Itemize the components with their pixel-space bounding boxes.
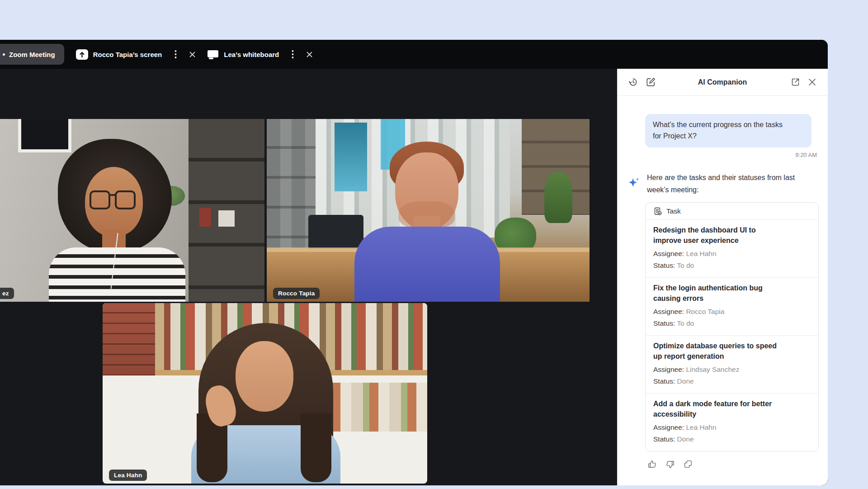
copy-icon[interactable] — [682, 458, 694, 470]
task-card-header: Task — [646, 203, 818, 220]
task-status: Status: To do — [653, 260, 811, 271]
thumbs-up-icon[interactable] — [646, 458, 658, 470]
tab-menu-icon[interactable] — [175, 50, 177, 59]
task-assignee: Assignee: Lindsay Sanchez — [653, 364, 811, 375]
picture-frame — [18, 119, 71, 152]
task-title: Add a dark mode feature for better acces… — [653, 399, 782, 419]
video-tile-lea-hahn[interactable]: Lea Hahn — [103, 303, 427, 484]
tab-whiteboard[interactable]: Lea’s whiteboard — [207, 49, 312, 60]
meeting-status-dot — [3, 53, 5, 56]
task-title: Optimize database queries to speed up re… — [653, 341, 782, 361]
task-item: Optimize database queries to speed up re… — [646, 336, 818, 394]
glasses — [90, 190, 139, 210]
response-actions — [646, 458, 828, 470]
pop-out-icon[interactable] — [791, 77, 800, 87]
task-item: Add a dark mode feature for better acces… — [646, 394, 818, 451]
task-item: Fix the login authentication bug causing… — [646, 278, 818, 336]
ai-panel-header: AI Companion — [617, 69, 828, 96]
history-icon[interactable] — [628, 77, 638, 87]
whiteboard-icon — [207, 49, 219, 60]
task-card: Task Redesign the dashboard UI to improv… — [645, 202, 819, 451]
ai-response: Here are the tasks and their statuses fr… — [627, 171, 815, 196]
tab-zoom-meeting-label: Zoom Meeting — [9, 51, 55, 58]
new-chat-icon[interactable] — [646, 77, 656, 87]
blue-shirt — [354, 227, 500, 302]
task-title: Redesign the dashboard UI to improve use… — [653, 225, 782, 246]
task-card-header-label: Task — [666, 207, 681, 215]
thumbs-down-icon[interactable] — [664, 458, 676, 470]
task-assignee: Assignee: Rocco Tapia — [653, 306, 811, 318]
hair-strand — [301, 413, 331, 482]
name-tag: Lea Hahn — [109, 470, 147, 481]
close-panel-icon[interactable] — [808, 77, 816, 87]
task-assignee: Assignee: Lea Hahn — [653, 422, 811, 433]
task-item: Redesign the dashboard UI to improve use… — [646, 220, 818, 278]
video-tile-participant-left[interactable]: ez — [0, 119, 264, 302]
task-assignee: Assignee: Lea Hahn — [653, 248, 811, 260]
tab-close-icon[interactable] — [189, 52, 195, 57]
brick-wall — [103, 303, 155, 375]
task-status: Status: To do — [653, 318, 811, 329]
book — [199, 208, 211, 227]
page-background: Zoom Meeting Rocco Tapia’s screen — [0, 0, 868, 489]
task-clipboard-icon — [653, 207, 662, 216]
name-tag: Rocco Tapia — [273, 288, 320, 299]
tab-screen-share[interactable]: Rocco Tapia’s screen — [76, 49, 196, 60]
video-tile-rocco-tapia[interactable]: Rocco Tapia — [267, 119, 590, 302]
plant — [544, 172, 572, 223]
ai-chat-body: What’s the current progress on the tasks… — [617, 96, 828, 485]
ai-response-text: Here are the tasks and their statuses fr… — [647, 171, 801, 196]
message-timestamp: 9:20 AM — [617, 152, 817, 158]
tab-menu-icon[interactable] — [292, 50, 294, 59]
tab-whiteboard-label: Lea’s whiteboard — [224, 51, 279, 58]
zoom-meeting-window: Zoom Meeting Rocco Tapia’s screen — [0, 40, 828, 485]
teal-poster — [335, 123, 367, 191]
ai-companion-panel: AI Companion What’s the current progress… — [617, 69, 828, 485]
book — [218, 210, 235, 227]
task-title: Fix the login authentication bug causing… — [653, 283, 782, 304]
user-message-bubble: What’s the current progress on the tasks… — [645, 114, 811, 147]
task-status: Status: Done — [653, 433, 811, 445]
tab-bar: Zoom Meeting Rocco Tapia’s screen — [0, 40, 828, 69]
name-tag: ez — [0, 288, 14, 299]
share-screen-icon — [76, 49, 88, 60]
task-status: Status: Done — [653, 375, 811, 387]
participant-face — [236, 341, 293, 412]
tab-screen-share-label: Rocco Tapia’s screen — [93, 51, 162, 58]
ai-sparkle-icon — [627, 171, 641, 196]
tab-zoom-meeting[interactable]: Zoom Meeting — [0, 44, 64, 65]
tab-close-icon[interactable] — [307, 52, 312, 57]
user-message-text: What’s the current progress on the tasks… — [653, 119, 793, 142]
striped-shirt — [49, 247, 185, 302]
